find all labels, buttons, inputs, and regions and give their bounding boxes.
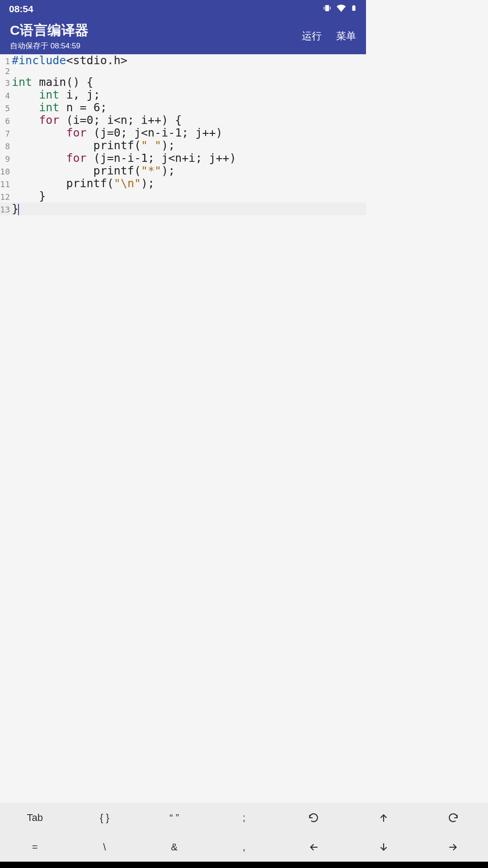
autosave-status: 自动保存于 08:54:59 (10, 41, 302, 51)
svg-rect-2 (330, 6, 331, 9)
menu-button[interactable]: 菜单 (336, 29, 356, 43)
run-button[interactable]: 运行 (302, 29, 322, 43)
code-content[interactable]: } (12, 203, 19, 215)
status-bar: 08:54 (0, 0, 366, 18)
code-content[interactable]: printf(" "); (12, 139, 175, 152)
code-line[interactable]: 9 for (j=n-i-1; j<n+i; j++) (0, 152, 366, 165)
code-content[interactable]: int i, j; (12, 89, 100, 101)
app-bar: C语言编译器 自动保存于 08:54:59 运行 菜单 (0, 18, 366, 54)
battery-icon (351, 3, 357, 15)
code-content[interactable]: for (j=n-i-1; j<n+i; j++) (12, 152, 236, 165)
line-number: 7 (0, 129, 12, 138)
code-content[interactable]: int n = 6; (12, 101, 107, 114)
vibrate-icon (323, 4, 332, 15)
line-number: 13 (0, 205, 12, 214)
wifi-icon (336, 3, 346, 15)
line-number: 6 (0, 117, 12, 126)
code-line[interactable]: 10 printf("*"); (0, 165, 366, 177)
line-number: 9 (0, 155, 12, 164)
status-icons (323, 3, 357, 15)
line-number: 2 (0, 67, 12, 76)
svg-rect-3 (352, 5, 356, 10)
line-number: 1 (0, 57, 12, 66)
code-line[interactable]: 7 for (j=0; j<n-i-1; j++) (0, 127, 366, 139)
code-content[interactable]: } (12, 190, 46, 203)
line-number: 8 (0, 142, 12, 151)
line-number: 11 (0, 180, 12, 189)
code-line[interactable]: 4 int i, j; (0, 89, 366, 101)
code-content[interactable]: #include<stdio.h> (12, 54, 127, 67)
code-content[interactable]: for (j=0; j<n-i-1; j++) (12, 127, 223, 139)
code-content[interactable]: printf("\n"); (12, 177, 155, 190)
code-line[interactable]: 3int main() { (0, 76, 366, 89)
status-time: 08:54 (9, 4, 33, 14)
code-line[interactable]: 1#include<stdio.h> (0, 54, 366, 67)
line-number: 12 (0, 193, 12, 202)
text-cursor (18, 204, 19, 215)
line-number: 4 (0, 91, 12, 100)
svg-rect-4 (353, 5, 355, 6)
code-line[interactable]: 8 printf(" "); (0, 139, 366, 152)
code-content[interactable]: int main() { (12, 76, 94, 89)
line-number: 10 (0, 167, 12, 176)
code-line[interactable]: 6 for (i=0; i<n; i++) { (0, 114, 366, 127)
code-line[interactable]: 2 (0, 67, 366, 76)
line-number: 5 (0, 104, 12, 113)
line-number: 3 (0, 79, 12, 88)
code-editor[interactable]: 1#include<stdio.h>23int main() {4 int i,… (0, 54, 366, 586)
code-line[interactable]: 13} (0, 203, 366, 215)
code-line[interactable]: 12 } (0, 190, 366, 203)
code-content[interactable]: for (i=0; i<n; i++) { (12, 114, 182, 127)
app-title: C语言编译器 (10, 21, 302, 40)
code-line[interactable]: 5 int n = 6; (0, 101, 366, 114)
svg-rect-0 (325, 5, 329, 11)
svg-rect-1 (324, 6, 325, 9)
code-content[interactable]: printf("*"); (12, 165, 175, 177)
code-line[interactable]: 11 printf("\n"); (0, 177, 366, 190)
